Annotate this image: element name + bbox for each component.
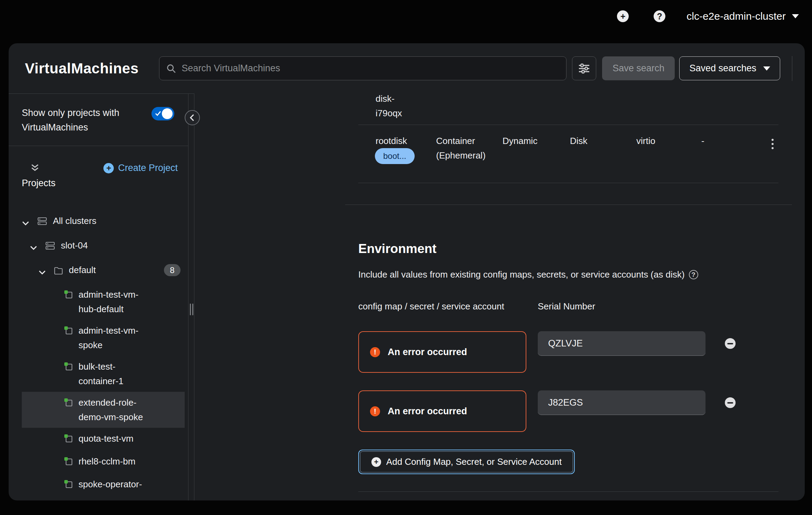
kebab-menu-icon[interactable] (766, 134, 779, 154)
config-source-select-1[interactable]: ! An error occurred (358, 331, 526, 373)
create-project-button[interactable]: + Create Project (103, 163, 178, 173)
tree-item-label: quota-test-vm (79, 431, 152, 446)
disk-drive-cell: Disk (570, 134, 588, 148)
plus-circle-icon: + (371, 457, 381, 467)
cluster-icon (37, 216, 47, 231)
project-icon (54, 265, 63, 280)
cluster-selector-label: clc-e2e-admin-cluster (686, 10, 786, 22)
search-input[interactable] (182, 63, 559, 74)
minus-circle-icon (727, 343, 733, 344)
cluster-selector-dropdown[interactable]: clc-e2e-admin-cluster (686, 10, 799, 22)
serial-number-input-1[interactable] (538, 331, 705, 356)
tree-item-vm[interactable]: spoke-operator- (22, 473, 185, 496)
collapse-sidebar-button[interactable] (185, 110, 200, 125)
header-divider (792, 56, 792, 81)
tree-item-label: rhel8-cclm-bm (79, 454, 152, 469)
global-toolbar: + ? clc-e2e-admin-cluster (616, 7, 799, 26)
tree-item-label: default (69, 263, 142, 277)
projects-section-label: Projects (22, 178, 176, 189)
tree-item-vm[interactable]: quota-test-vm (22, 428, 185, 451)
add-config-map-label: Add Config Map, Secret, or Service Accou… (386, 457, 562, 467)
disk-name-cell: rootdisk (376, 134, 407, 148)
main-panel: VirtualMachines Save search (9, 43, 805, 500)
disk-table-row: rootdisk boot... Container (Ephemeral) D… (358, 125, 778, 183)
chevron-down-icon[interactable] (38, 266, 47, 280)
projects-sidebar: Show only projects with VirtualMachines (9, 93, 188, 500)
plus-circle-icon: + (617, 10, 629, 22)
tree-item-label: spoke-operator- (79, 477, 152, 491)
disk-name-partial: disk- i79oqx (376, 93, 402, 120)
chevron-down-icon (763, 66, 770, 71)
chevron-left-icon (189, 114, 195, 121)
filter-options-button[interactable] (572, 56, 596, 80)
disk-source-cell: Container (Ephemeral) (436, 134, 489, 163)
tree-item-vm[interactable]: bulk-test-container-1 (22, 356, 185, 392)
config-source-select-2[interactable]: ! An error occurred (358, 390, 526, 432)
save-search-button[interactable]: Save search (602, 56, 675, 80)
environment-description: Include all values from existing config … (358, 269, 685, 280)
check-icon (155, 110, 162, 118)
tree-item-slot-04[interactable]: slot-04 (22, 235, 185, 259)
serial-number-column-label: Serial Number (538, 301, 595, 312)
projects-tree: All clusters slot-04 (9, 210, 188, 496)
disk-interface-cell: virtio (636, 134, 655, 148)
page-title: VirtualMachines (25, 60, 139, 77)
resizer-grip-icon (190, 304, 193, 315)
tree-item-label: admin-test-vm-spoke (79, 323, 152, 352)
filter-toggle-label: Show only projects with VirtualMachines (22, 106, 136, 135)
vm-count-badge: 8 (164, 264, 181, 276)
section-divider (345, 205, 792, 205)
saved-searches-dropdown[interactable]: Saved searches (679, 56, 780, 80)
collapse-all-icon[interactable] (30, 163, 39, 173)
virtual-machine-icon (64, 325, 73, 339)
disk-size-cell: Dynamic (502, 134, 537, 148)
remove-row-button-2[interactable] (725, 397, 736, 408)
show-only-projects-toggle[interactable] (151, 107, 174, 120)
tree-item-label: slot-04 (61, 238, 134, 253)
serial-number-input-2[interactable] (538, 390, 705, 415)
add-config-map-button[interactable]: + Add Config Map, Secret, or Service Acc… (358, 450, 575, 474)
help-circle-icon[interactable]: ? (689, 270, 698, 279)
tree-item-vm[interactable]: admin-test-vm-spoke (22, 320, 185, 356)
add-resource-button[interactable]: + (616, 9, 630, 23)
virtual-machine-icon (64, 361, 73, 375)
environment-title: Environment (358, 242, 436, 256)
help-button[interactable]: ? (653, 9, 666, 23)
tree-item-vm-selected[interactable]: extended-role-demo-vm-spoke (22, 392, 185, 428)
virtual-machine-icon (64, 289, 73, 303)
disk-name-line: i79oqx (376, 106, 402, 120)
sidebar-resizer[interactable] (188, 93, 194, 500)
exclamation-circle-icon: ! (370, 406, 380, 416)
tree-item-all-clusters[interactable]: All clusters (22, 210, 185, 235)
remove-row-button-1[interactable] (725, 338, 736, 349)
chevron-down-icon[interactable] (22, 217, 31, 231)
disk-storageclass-cell: - (701, 134, 704, 148)
tree-item-vm[interactable]: admin-test-vm-hub-default (22, 284, 185, 320)
virtual-machine-icon (64, 455, 73, 470)
error-message: An error occurred (388, 347, 467, 358)
page-header: VirtualMachines Save search (9, 43, 805, 93)
virtual-machine-icon (64, 433, 73, 447)
chevron-down-icon[interactable] (30, 241, 39, 256)
tree-item-label: All clusters (53, 214, 126, 228)
sliders-icon (578, 63, 590, 74)
vm-details-content: disk- i79oqx rootdisk boot... Container … (194, 93, 805, 500)
tree-item-label: bulk-test-container-1 (79, 359, 152, 388)
tree-item-label: extended-role-demo-vm-spoke (79, 395, 152, 424)
search-icon (166, 64, 176, 73)
environment-bottom-divider (358, 491, 778, 492)
tree-item-default-project[interactable]: default 8 (22, 259, 185, 284)
tree-item-label: admin-test-vm-hub-default (79, 287, 152, 316)
virtual-machine-icon (64, 478, 73, 493)
tree-item-vm[interactable]: rhel8-cclm-bm (22, 451, 185, 473)
disk-name-line: disk- (376, 93, 402, 106)
bootable-badge[interactable]: boot... (375, 148, 415, 164)
projects-filter-row: Show only projects with VirtualMachines (9, 94, 188, 135)
environment-description-row: Include all values from existing config … (358, 269, 698, 280)
saved-searches-label: Saved searches (689, 63, 756, 74)
question-circle-icon: ? (654, 10, 665, 22)
search-bar (159, 56, 566, 80)
cluster-icon (45, 241, 55, 255)
panel-body: Show only projects with VirtualMachines (9, 93, 805, 500)
projects-header: Projects + Create Project (9, 146, 188, 189)
